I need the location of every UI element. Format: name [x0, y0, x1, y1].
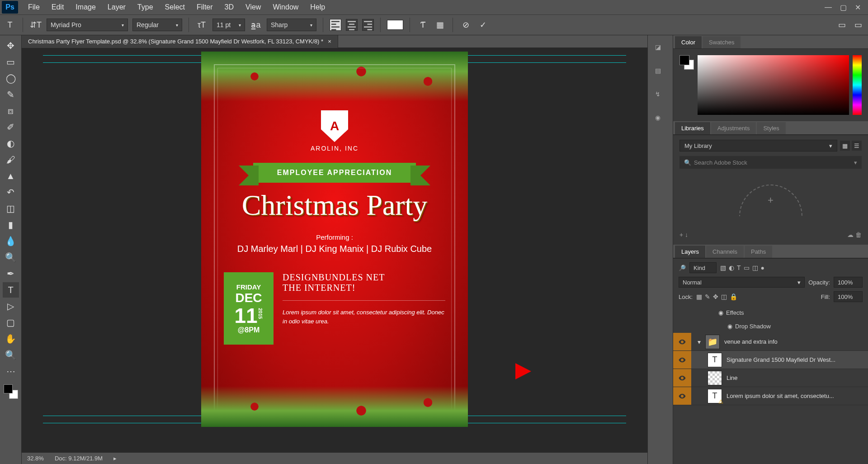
menu-type[interactable]: Type [132, 1, 159, 13]
layer-text-lorem[interactable]: T⚠ Lorem ipsum dolor sit amet, consectet… [673, 387, 868, 405]
align-right-button[interactable] [362, 19, 374, 31]
filter-shape-icon[interactable]: ▭ [744, 264, 750, 271]
crop-tool[interactable]: ⧈ [3, 103, 19, 118]
library-dropdown[interactable]: My Library▾ [679, 140, 837, 152]
trash-icon[interactable]: 🗑 [855, 231, 862, 238]
stock-search-field[interactable]: 🔍 Search Adobe Stock▾ [679, 156, 862, 169]
tab-styles[interactable]: Styles [757, 122, 785, 134]
align-left-button[interactable] [330, 19, 341, 31]
stamp-tool[interactable]: ▲ [3, 168, 19, 184]
brush-tool[interactable]: 🖌 [3, 152, 19, 167]
text-color-swatch[interactable] [387, 20, 403, 30]
zoom-level[interactable]: 32.8% [27, 455, 44, 462]
type-tool[interactable]: T [3, 282, 19, 298]
tab-paths[interactable]: Paths [745, 246, 772, 258]
layer-group-venue[interactable]: ▾ 📁 venue and extra info [673, 333, 868, 351]
font-size-field[interactable]: 11 pt▾ [212, 19, 245, 31]
blend-mode-dropdown[interactable]: Normal▾ [679, 277, 805, 288]
color-picker-field[interactable] [698, 55, 849, 115]
visibility-toggle[interactable] [673, 351, 691, 369]
menu-filter[interactable]: Filter [191, 1, 218, 13]
filter-toggle-icon[interactable]: ● [761, 264, 764, 271]
layer-effect-dropshadow[interactable]: ◉ Drop Shadow [673, 319, 868, 333]
filter-smart-icon[interactable]: ◫ [752, 264, 758, 271]
tab-swatches[interactable]: Swatches [703, 36, 741, 48]
layer-line[interactable]: Line [673, 369, 868, 387]
menu-layer[interactable]: Layer [102, 1, 131, 13]
tab-channels[interactable]: Channels [706, 246, 744, 258]
lock-position-icon[interactable]: ✥ [713, 293, 718, 300]
menu-image[interactable]: Image [70, 1, 101, 13]
canvas[interactable]: A AROLIN, INC EMPLOYEE APPRECIATION Chri… [201, 52, 468, 427]
search-icon[interactable]: ▭ [852, 19, 864, 31]
filter-type-icon[interactable]: T [737, 264, 741, 271]
document-tab[interactable]: Christmas Party Flyer Template.psd @ 32.… [22, 35, 338, 48]
lib-list-icon[interactable]: ☰ [852, 141, 862, 151]
visibility-toggle[interactable] [673, 387, 691, 405]
workspace-icon[interactable]: ▭ [835, 19, 848, 31]
close-tab-icon[interactable]: × [328, 38, 331, 45]
fg-bg-colors[interactable] [4, 384, 18, 399]
lock-all-icon[interactable]: 🔒 [730, 293, 737, 300]
layer-filter-kind[interactable]: Kind [689, 262, 717, 273]
status-caret[interactable]: ▸ [113, 455, 117, 462]
history-panel-icon[interactable]: ◪ [655, 43, 666, 54]
align-center-button[interactable] [346, 19, 358, 31]
close-icon[interactable]: ✕ [855, 3, 861, 12]
zoom-tool[interactable]: 🔍 [3, 347, 19, 363]
tab-adjustments[interactable]: Adjustments [711, 122, 756, 134]
fill-field[interactable]: 100% [834, 291, 863, 302]
text-orientation-icon[interactable]: ⇵T [29, 19, 42, 31]
healing-tool[interactable]: ◐ [3, 136, 19, 151]
history-brush-tool[interactable]: ↶ [3, 185, 19, 200]
cloud-icon[interactable]: ☁ [847, 231, 854, 238]
lock-artboard-icon[interactable]: ◫ [721, 293, 727, 300]
menu-help[interactable]: Help [305, 1, 330, 13]
fg-bg-swatch[interactable] [679, 55, 694, 115]
eyedropper-tool[interactable]: ✐ [3, 119, 19, 135]
quick-select-tool[interactable]: ✎ [3, 87, 19, 102]
pen-tool[interactable]: ✒ [3, 266, 19, 281]
menu-edit[interactable]: Edit [46, 1, 70, 13]
shape-tool[interactable]: ▢ [3, 315, 19, 330]
menu-file[interactable]: File [23, 1, 45, 13]
marquee-tool[interactable]: ▭ [3, 54, 19, 70]
hue-slider[interactable] [853, 55, 862, 115]
menu-3d[interactable]: 3D [219, 1, 239, 13]
lasso-tool[interactable]: ◯ [3, 71, 19, 86]
document-info[interactable]: Doc: 9.12M/21.9M [55, 455, 103, 462]
opacity-field[interactable]: 100% [834, 277, 863, 288]
visibility-toggle[interactable] [673, 333, 691, 350]
menu-select[interactable]: Select [160, 1, 190, 13]
edit-toolbar[interactable]: ⋯ [3, 364, 19, 379]
character-panel-icon[interactable]: ▦ [434, 19, 446, 31]
tab-layers[interactable]: Layers [675, 246, 705, 258]
add-asset-icon[interactable]: + [679, 231, 683, 238]
menu-window[interactable]: Window [267, 1, 304, 13]
maximize-icon[interactable]: ▢ [840, 3, 847, 12]
filter-pixel-icon[interactable]: ▧ [720, 264, 726, 271]
path-select-tool[interactable]: ▷ [3, 298, 19, 314]
font-family-field[interactable]: Myriad Pro▾ [47, 19, 128, 31]
dodge-tool[interactable]: 🔍 [3, 250, 19, 265]
paragraph-panel-icon[interactable]: ◉ [655, 114, 666, 125]
properties-panel-icon[interactable]: ▤ [655, 67, 666, 78]
lock-pixels-icon[interactable]: ✎ [705, 293, 710, 300]
hand-tool[interactable]: ✋ [3, 331, 19, 346]
anti-alias-field[interactable]: Sharp▾ [267, 19, 316, 31]
layer-text-signature[interactable]: T Signature Grand 1500 Mayfield Dr West.… [673, 351, 868, 369]
tab-libraries[interactable]: Libraries [675, 122, 710, 134]
lock-transparency-icon[interactable]: ▦ [696, 293, 702, 300]
character-panel-icon[interactable]: ↯ [655, 90, 666, 101]
tab-color[interactable]: Color [675, 36, 702, 48]
visibility-toggle[interactable] [673, 369, 691, 387]
minimize-icon[interactable]: — [825, 3, 832, 12]
font-style-field[interactable]: Regular▾ [132, 19, 182, 31]
eraser-tool[interactable]: ◫ [3, 201, 19, 216]
cancel-edit-icon[interactable]: ⊘ [459, 19, 472, 31]
lib-grid-icon[interactable]: ▦ [840, 141, 850, 151]
move-tool[interactable]: ✥ [3, 38, 19, 53]
layer-effects-label[interactable]: ◉ Effects [673, 306, 868, 319]
menu-view[interactable]: View [240, 1, 266, 13]
gradient-tool[interactable]: ▮ [3, 217, 19, 232]
